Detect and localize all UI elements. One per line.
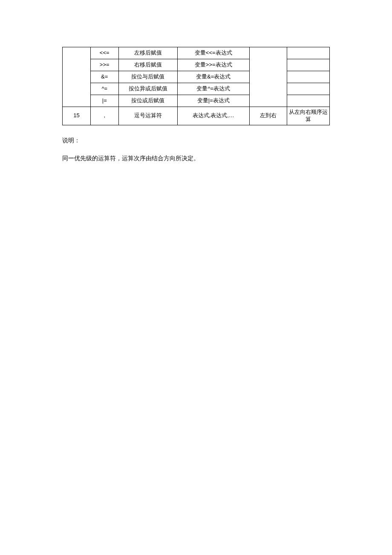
- assoc-cell: 左到右: [249, 107, 287, 125]
- priority-cell: 15: [63, 107, 91, 125]
- operator-cell: <<=: [90, 47, 118, 59]
- note-cell: 从左向右顺序运算: [287, 107, 329, 125]
- note-cell: [287, 83, 329, 95]
- desc-cell: 按位或后赋值: [118, 95, 177, 107]
- operator-cell: ^=: [90, 83, 118, 95]
- desc-cell: 右移后赋值: [118, 59, 177, 71]
- priority-cell-empty: [63, 47, 91, 107]
- assoc-cell-empty: [249, 47, 287, 107]
- usage-cell: 变量|=表达式: [177, 95, 249, 107]
- table-row: ^= 按位异或后赋值 变量^=表达式: [63, 83, 330, 95]
- table-row: >>= 右移后赋值 变量>>=表达式: [63, 59, 330, 71]
- table-row: &= 按位与后赋值 变量&=表达式: [63, 71, 330, 83]
- operator-cell: ,: [90, 107, 118, 125]
- desc-cell: 左移后赋值: [118, 47, 177, 59]
- usage-cell: 变量&=表达式: [177, 71, 249, 83]
- note-cell: [287, 71, 329, 83]
- desc-cell: 按位与后赋值: [118, 71, 177, 83]
- desc-cell: 逗号运算符: [118, 107, 177, 125]
- desc-cell: 按位异或后赋值: [118, 83, 177, 95]
- table-row: <<= 左移后赋值 变量<<=表达式: [63, 47, 330, 59]
- note-body: 同一优先级的运算符，运算次序由结合方向所决定。: [62, 153, 330, 163]
- table-row: |= 按位或后赋值 变量|=表达式: [63, 95, 330, 107]
- usage-cell: 变量>>=表达式: [177, 59, 249, 71]
- usage-cell: 表达式,表达式,…: [177, 107, 249, 125]
- note-cell: [287, 95, 329, 107]
- operator-precedence-table: <<= 左移后赋值 变量<<=表达式 >>= 右移后赋值 变量>>=表达式 &=…: [62, 47, 330, 125]
- notes-section: 说明： 同一优先级的运算符，运算次序由结合方向所决定。: [62, 136, 330, 163]
- operator-cell: &=: [90, 71, 118, 83]
- operator-cell: |=: [90, 95, 118, 107]
- note-cell: [287, 47, 329, 59]
- note-heading: 说明：: [62, 136, 330, 145]
- table-row: 15 , 逗号运算符 表达式,表达式,… 左到右 从左向右顺序运算: [63, 107, 330, 125]
- usage-cell: 变量^=表达式: [177, 83, 249, 95]
- operator-cell: >>=: [90, 59, 118, 71]
- usage-cell: 变量<<=表达式: [177, 47, 249, 59]
- note-cell: [287, 59, 329, 71]
